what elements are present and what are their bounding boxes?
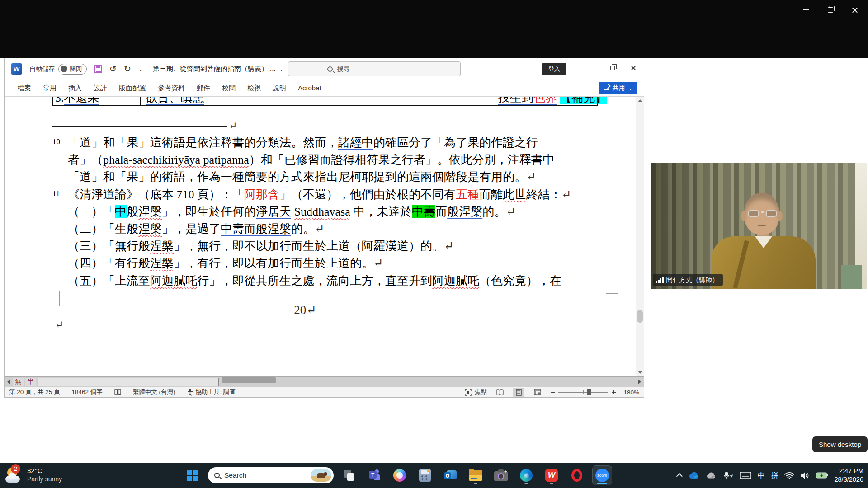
document-area[interactable]: 3.不還果 欲貪、瞋恚 投生到色界 【補充】 ↵ 10「道」和「果」這術語是依注… (5, 97, 644, 376)
language-status[interactable]: 繁體中文 (台灣) (133, 388, 175, 396)
ribbon-tab-參考資料[interactable]: 參考資料 (152, 80, 191, 96)
taskbar: 2 32°C Partly sunny Search T + (0, 463, 868, 488)
word-minimize-icon[interactable] (581, 58, 602, 77)
signal-bars-icon (656, 277, 664, 283)
outlook-icon (444, 469, 457, 481)
read-mode-icon[interactable] (494, 388, 505, 397)
volume-icon[interactable] (800, 472, 810, 479)
zoom-out-icon[interactable] (551, 392, 555, 393)
participant-name-tag: 開仁方丈（講師） (653, 274, 723, 286)
ribbon-tab-郵件[interactable]: 郵件 (191, 80, 216, 96)
touch-keyboard-icon[interactable] (740, 472, 751, 479)
focus-button[interactable]: 焦點 (465, 388, 486, 396)
scroll-up-icon[interactable] (636, 97, 644, 105)
wifi-icon[interactable] (784, 472, 794, 479)
wps-button[interactable]: W (542, 465, 561, 485)
ribbon-tab-設計[interactable]: 設計 (88, 80, 113, 96)
bing-daily-image[interactable] (311, 469, 331, 482)
ime-layout-indicator[interactable]: 拼 (771, 470, 778, 481)
margin-crop-mark (606, 293, 618, 309)
camera-icon: + (494, 471, 508, 481)
ribbon-tab-說明[interactable]: 說明 (267, 80, 292, 96)
ribbon-tab-檢視[interactable]: 檢視 (241, 80, 267, 96)
hscrollbar-track[interactable] (219, 377, 636, 387)
search-label: Search (224, 471, 306, 479)
undo-icon[interactable]: ↺ (109, 64, 117, 74)
zoom-in-icon[interactable] (612, 390, 616, 394)
cloud-sync-icon[interactable] (706, 472, 717, 479)
ribbon-tab-常用[interactable]: 常用 (37, 80, 62, 96)
accessibility-status[interactable]: 協助工具: 調查 (187, 388, 236, 396)
teams-button[interactable]: T (364, 465, 384, 485)
restore-icon[interactable] (823, 4, 838, 16)
tray-chevron-icon[interactable] (678, 473, 683, 478)
start-button[interactable] (183, 465, 203, 485)
footnote-line: 11《清淨道論》（底本 710 頁）：「阿那含」（不還），他們由於根的不同有五種… (68, 187, 609, 204)
sign-in-button[interactable]: 登入 (542, 63, 566, 75)
quick-access-chevron-icon[interactable]: ⌄ (138, 66, 143, 72)
ribbon-tab-插入[interactable]: 插入 (62, 80, 88, 96)
document-title[interactable]: 第三期、從聲聞到菩薩的指南（講義）.... ⌄ (153, 65, 284, 73)
word-restore-icon[interactable] (602, 58, 623, 77)
fullwidth-char-button[interactable]: 無 (13, 378, 24, 386)
zoom-app-button[interactable]: zoom (592, 465, 612, 485)
halfwidth-char-button[interactable]: 半 (25, 378, 36, 386)
table-cell: 3.不還果 (55, 97, 99, 106)
zoom-slider-thumb[interactable] (587, 389, 591, 395)
buffalo-image (317, 473, 326, 478)
task-view-button[interactable] (339, 465, 359, 485)
footnote-line: 10「道」和「果」這術語是依注釋書的分類法。然而，諸經中的確區分了「為了果的作證… (68, 135, 609, 152)
copilot-button[interactable] (390, 465, 410, 485)
horizontal-scrollbar[interactable]: 無 半 (5, 376, 644, 387)
ribbon-tab-Acrobat[interactable]: Acrobat (292, 80, 327, 96)
ribbon-tab-檔案[interactable]: 檔案 (12, 80, 37, 96)
scroll-left-icon[interactable] (5, 377, 13, 387)
footnote-line: （一）「中般涅槃」，即生於任何的淨居天 Suddhavasa 中，未達於中壽而般… (68, 204, 609, 221)
video-participant-tile[interactable]: 開仁方丈（講師） (651, 163, 867, 289)
show-desktop-tooltip[interactable]: Show desktop (812, 436, 868, 452)
zoom-level[interactable]: 180% (623, 389, 639, 396)
hscrollbar-thumb[interactable] (38, 378, 219, 386)
system-tray: 中 拼 2:47 PM 28/3/2026 (678, 463, 863, 488)
close-icon[interactable] (847, 4, 863, 16)
battery-icon[interactable] (816, 472, 828, 479)
minimize-icon[interactable] (798, 4, 814, 16)
opera-button[interactable] (567, 465, 587, 485)
taskbar-search[interactable]: Search (208, 467, 334, 483)
web-layout-icon[interactable] (532, 388, 543, 397)
search-input[interactable]: 搜尋 (288, 61, 461, 76)
microphone-location-icon[interactable] (723, 471, 734, 479)
clock-date: 28/3/2026 (834, 475, 863, 484)
proofing-icon[interactable] (114, 389, 121, 396)
file-explorer-button[interactable] (466, 465, 486, 485)
redo-icon[interactable]: ↻ (124, 64, 131, 74)
autosave-toggle[interactable]: 自動儲存 關閉 (29, 64, 87, 75)
ime-mode-indicator[interactable]: 中 (757, 470, 765, 481)
page-info[interactable]: 第 20 頁，共 25 頁 (9, 388, 60, 396)
word-logo-icon[interactable]: W (11, 63, 22, 75)
zoom-slider[interactable] (551, 390, 616, 394)
title-chevron-icon: ⌄ (279, 66, 284, 72)
weather-icon: 2 (5, 466, 23, 484)
word-count[interactable]: 18462 個字 (72, 388, 103, 396)
ribbon-tab-校閱[interactable]: 校閱 (216, 80, 241, 96)
weather-widget[interactable]: 2 32°C Partly sunny (5, 466, 62, 484)
camera-button[interactable]: + (491, 465, 511, 485)
scroll-down-icon[interactable] (636, 368, 644, 376)
scrollbar-thumb[interactable] (637, 310, 643, 323)
scroll-right-icon[interactable] (636, 377, 644, 387)
share-button[interactable]: 共用 ⌄ (599, 82, 637, 94)
outlook-button[interactable] (440, 465, 460, 485)
search-icon (327, 66, 333, 72)
word-close-icon[interactable] (623, 58, 644, 77)
edge-button[interactable] (516, 465, 536, 485)
save-icon[interactable] (94, 65, 102, 73)
footnote-line: （五）「上流至阿迦膩吒行」，即從其所生之處，流向上方，直至升到阿迦膩吒（色究竟）… (68, 273, 609, 290)
calculator-button[interactable] (415, 465, 435, 485)
task-view-icon (344, 470, 354, 481)
ribbon-tab-版面配置[interactable]: 版面配置 (113, 80, 152, 96)
vertical-scrollbar[interactable] (636, 97, 644, 376)
taskbar-clock[interactable]: 2:47 PM 28/3/2026 (834, 467, 863, 484)
onedrive-icon[interactable] (689, 471, 700, 479)
print-layout-icon[interactable] (513, 388, 524, 397)
